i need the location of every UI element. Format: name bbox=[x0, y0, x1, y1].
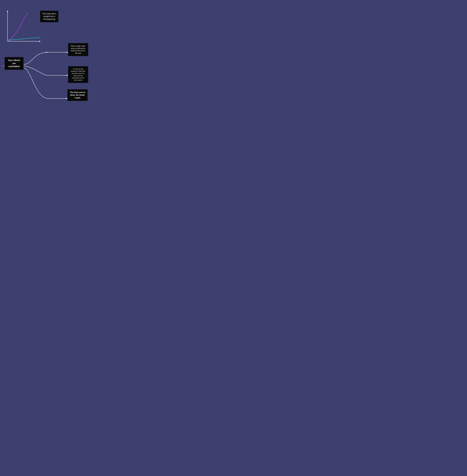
easier-text: The more you've done, the easier it gets bbox=[70, 91, 85, 99]
easier-card: The more you've done, the easier it gets bbox=[67, 89, 88, 101]
svg-marker-9 bbox=[67, 52, 68, 53]
hard-card: It's hard at first because it looks flat… bbox=[68, 66, 88, 83]
svg-marker-6 bbox=[3, 65, 5, 67]
efforts-text: Your efforts are cumulative bbox=[8, 59, 20, 68]
svg-marker-1 bbox=[7, 11, 8, 12]
straight-line-text: This looks like a straight line in the b… bbox=[42, 13, 56, 20]
efforts-card: Your efforts are cumulative bbox=[5, 57, 24, 70]
book-card: Write a page a day, and you will write a… bbox=[68, 43, 88, 56]
svg-marker-13 bbox=[66, 98, 67, 99]
book-text: Write a page a day, and you will write a… bbox=[71, 45, 85, 54]
svg-marker-11 bbox=[67, 75, 68, 76]
hard-text: It's hard at first because it looks flat… bbox=[71, 68, 85, 81]
svg-marker-3 bbox=[39, 41, 41, 42]
straight-line-card: This looks like a straight line in the b… bbox=[40, 11, 58, 22]
